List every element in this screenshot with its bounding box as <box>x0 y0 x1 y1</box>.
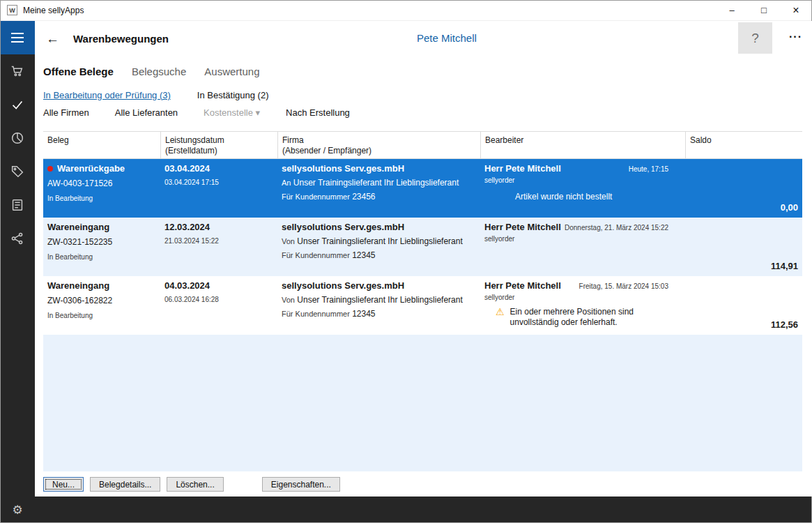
back-arrow-icon[interactable]: ← <box>46 32 59 45</box>
company-name: sellysolutions Serv.ges.mbH <box>282 280 480 291</box>
window-controls: – □ × <box>716 0 812 20</box>
page-title: Warenbewegungen <box>73 33 169 45</box>
customer-label: Für Kundennummer <box>282 192 350 201</box>
direction-label: An <box>282 179 291 187</box>
created-date: 03.04.2024 17:15 <box>164 179 277 186</box>
direction-label: Von <box>282 296 295 304</box>
filter-alle-firmen[interactable]: Alle Firmen <box>43 107 89 118</box>
service-date: 03.04.2024 <box>164 163 277 174</box>
doc-number: ZW-0306-162822 <box>47 296 160 305</box>
chevron-down-icon: ▾ <box>256 107 261 118</box>
timestamp: Heute, 17:15 <box>629 165 685 173</box>
company-name: sellysolutions Serv.ges.mbH <box>282 163 480 174</box>
window-title: Meine sellyApps <box>23 6 84 15</box>
doc-type: Warenrückgabe <box>57 163 125 174</box>
saldo-value: 112,56 <box>771 319 798 330</box>
column-header-firma[interactable]: Firma(Absender / Empfänger) <box>277 132 480 158</box>
check-icon[interactable] <box>0 88 35 121</box>
action-button-row: Neu... Belegdetails... Löschen... Eigens… <box>43 477 812 492</box>
page-header: ← Warenbewegungen Pete Mitchell ? ··· <box>35 21 812 56</box>
table-header: Beleg Leistungsdatum(Erstelldatum) Firma… <box>43 131 802 159</box>
bottom-bar: ⚙ <box>0 497 812 523</box>
tab-auswertung[interactable]: Auswertung <box>204 66 259 77</box>
selector-filter-row: Alle Firmen Alle Lieferanten Kostenstell… <box>35 103 812 121</box>
column-header-leistungsdatum[interactable]: Leistungsdatum(Erstelldatum) <box>160 132 277 158</box>
minimize-button[interactable]: – <box>716 0 748 20</box>
status-filter-row: In Bearbeitung oder Prüfung (3) In Bestä… <box>35 86 812 103</box>
customer-number: 12345 <box>352 309 375 319</box>
customer-number: 23456 <box>352 192 375 202</box>
main-content: ← Warenbewegungen Pete Mitchell ? ··· Of… <box>35 21 812 497</box>
doc-status: In Bearbeitung <box>47 312 160 319</box>
pie-chart-icon[interactable] <box>0 121 35 155</box>
properties-button[interactable]: Eigenschaften... <box>262 477 340 492</box>
doc-status: In Bearbeitung <box>47 195 160 202</box>
service-date: 12.03.2024 <box>164 222 277 232</box>
customer-label: Für Kundennummer <box>282 251 350 259</box>
help-button[interactable]: ? <box>738 22 772 54</box>
editor-name: Herr Pete Mitchell <box>484 222 561 232</box>
partner-name: Unser Trainingslieferant Ihr Lieblingsli… <box>293 178 459 188</box>
cart-icon[interactable] <box>0 54 35 88</box>
timestamp: Freitag, 15. März 2024 15:03 <box>579 282 685 290</box>
tab-bar: Offene Belege Belegsuche Auswertung <box>35 56 812 86</box>
documents-table: Beleg Leistungsdatum(Erstelldatum) Firma… <box>43 131 802 471</box>
timestamp: Donnerstag, 21. März 2024 15:22 <box>565 224 685 232</box>
created-date: 21.03.2024 15:22 <box>164 237 277 245</box>
document-details-button[interactable]: Belegdetails... <box>90 477 160 492</box>
title-bar: W Meine sellyApps – □ × <box>0 0 812 21</box>
filter-in-bearbeitung[interactable]: In Bearbeitung oder Prüfung (3) <box>43 90 171 100</box>
partner-name: Unser Trainingslieferant Ihr Lieblingsli… <box>297 295 462 305</box>
editor-app: sellyorder <box>484 294 685 301</box>
saldo-value: 0,00 <box>781 202 798 213</box>
app-window: { "window": { "title": "Meine sellyApps"… <box>0 0 812 523</box>
note-text: Artikel wurde nicht bestellt <box>515 192 685 202</box>
filter-in-bestaetigung[interactable]: In Bestätigung (2) <box>197 90 269 100</box>
more-options-icon[interactable]: ··· <box>789 31 802 43</box>
editor-name: Herr Pete Mitchell <box>484 163 561 174</box>
editor-app: sellyorder <box>484 235 685 243</box>
partner-name: Unser Trainingslieferant Ihr Lieblingsli… <box>297 236 462 246</box>
doc-type: Wareneingang <box>47 222 160 232</box>
status-red-dot-icon <box>47 166 53 172</box>
empty-list-area <box>43 335 802 471</box>
doc-status: In Bearbeitung <box>47 253 160 261</box>
filter-nach-erstellung[interactable]: Nach Erstellung <box>286 107 350 118</box>
customer-label: Für Kundennummer <box>282 310 350 318</box>
saldo-value: 114,91 <box>771 261 798 271</box>
created-date: 06.03.2024 16:28 <box>164 296 277 303</box>
hamburger-menu-icon[interactable] <box>0 21 35 54</box>
share-icon[interactable] <box>0 222 35 255</box>
doc-type: Wareneingang <box>47 280 160 291</box>
editor-name: Herr Pete Mitchell <box>484 280 561 291</box>
doc-number: AW-0403-171526 <box>47 179 160 188</box>
new-button[interactable]: Neu... <box>43 477 84 492</box>
service-date: 04.03.2024 <box>164 280 277 291</box>
close-button[interactable]: × <box>780 0 812 20</box>
column-header-beleg[interactable]: Beleg <box>43 132 160 158</box>
gear-icon[interactable]: ⚙ <box>0 503 35 517</box>
user-name: Pete Mitchell <box>417 32 477 44</box>
ledger-icon[interactable] <box>0 188 35 222</box>
customer-number: 12345 <box>352 250 375 260</box>
direction-label: Von <box>282 237 295 245</box>
filter-alle-lieferanten[interactable]: Alle Lieferanten <box>115 107 178 118</box>
tab-offene-belege[interactable]: Offene Belege <box>43 66 114 77</box>
table-row[interactable]: Wareneingang ZW-0306-162822 In Bearbeitu… <box>43 276 802 335</box>
tab-belegsuche[interactable]: Belegsuche <box>132 66 186 77</box>
warning-message: ⚠ Ein oder mehrere Positionen sind unvol… <box>484 307 685 328</box>
editor-app: sellyorder <box>484 176 685 184</box>
tag-icon[interactable] <box>0 155 35 188</box>
app-icon[interactable]: W <box>7 5 17 15</box>
maximize-button[interactable]: □ <box>748 0 780 20</box>
company-name: sellysolutions Serv.ges.mbH <box>282 222 480 232</box>
table-row[interactable]: Warenrückgabe AW-0403-171526 In Bearbeit… <box>43 159 802 218</box>
column-header-bearbeiter[interactable]: Bearbeiter <box>480 132 685 158</box>
warning-icon: ⚠ <box>496 307 505 317</box>
delete-button[interactable]: Löschen... <box>167 477 223 492</box>
table-row[interactable]: Wareneingang ZW-0321-152235 In Bearbeitu… <box>43 218 802 276</box>
nav-sidebar <box>0 21 35 497</box>
filter-kostenstelle: Kostenstelle ▾ <box>204 107 260 118</box>
doc-number: ZW-0321-152235 <box>47 237 160 247</box>
column-header-saldo[interactable]: Saldo <box>685 132 802 158</box>
